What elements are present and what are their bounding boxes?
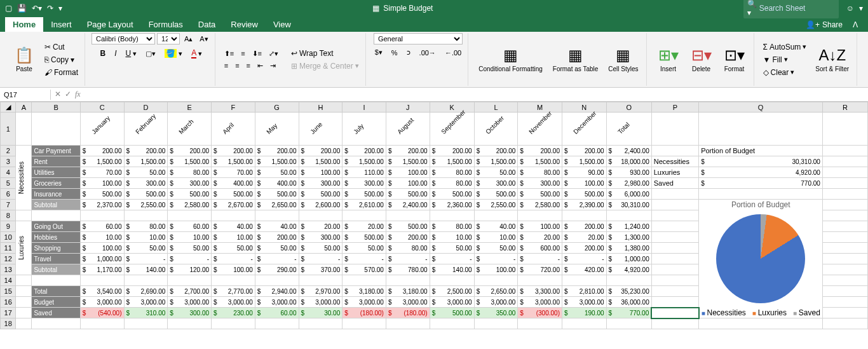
col-header-D[interactable]: D <box>124 102 168 113</box>
format-as-table-button[interactable]: ▦Format as Table <box>549 45 602 74</box>
portion-sav-label[interactable]: Saved <box>651 178 698 189</box>
month-header[interactable]: June <box>299 113 342 146</box>
cell-styles-button[interactable]: ▦Cell Styles <box>604 45 642 74</box>
fill-button[interactable]: ▼Fill▾ <box>761 54 810 65</box>
search-box[interactable]: 🔍▾ <box>743 0 839 18</box>
col-header-E[interactable]: E <box>168 102 212 113</box>
col-header-P[interactable]: P <box>651 102 698 113</box>
tab-page-layout[interactable]: Page Layout <box>79 17 141 32</box>
col-header-I[interactable]: I <box>342 102 386 113</box>
month-header[interactable]: March <box>168 113 212 146</box>
cancel-formula-icon[interactable]: ✕ <box>55 90 61 99</box>
col-header-R[interactable]: R <box>822 102 867 113</box>
fx-icon[interactable]: fx <box>75 90 81 99</box>
comma-button[interactable]: ↄ <box>404 47 413 58</box>
merge-center-button[interactable]: ⊞Merge & Center▾ <box>288 60 362 72</box>
format-cells-button[interactable]: ⊡▾Format <box>719 45 750 74</box>
portion-sav-val[interactable]: 770.00 <box>699 178 823 189</box>
formula-bar[interactable] <box>85 90 868 99</box>
align-bottom-button[interactable]: ⬇≡ <box>250 48 264 59</box>
month-header[interactable]: November <box>518 113 562 146</box>
smiley-icon[interactable]: ☺ <box>846 4 854 13</box>
sort-filter-button[interactable]: A↓ZSort & Filter <box>811 45 853 74</box>
undo-icon[interactable]: ↶▾ <box>32 4 42 13</box>
tab-formulas[interactable]: Formulas <box>141 17 191 32</box>
cut-button[interactable]: ✂Cut <box>42 41 81 53</box>
tab-review[interactable]: Review <box>223 17 266 32</box>
decrease-decimal-button[interactable]: ←.00 <box>442 47 464 58</box>
decrease-indent-button[interactable]: ⇤ <box>255 60 266 71</box>
portion-nec-label[interactable]: Necessities <box>651 156 698 167</box>
month-header[interactable]: Total <box>606 113 651 146</box>
portion-title[interactable]: Portion of Budget <box>699 146 823 156</box>
row-header-17[interactable]: 17 <box>1 308 16 318</box>
row-header-11[interactable]: 11 <box>1 243 16 254</box>
month-header[interactable]: August <box>386 113 430 146</box>
col-header-N[interactable]: N <box>562 102 606 113</box>
col-header-M[interactable]: M <box>518 102 562 113</box>
wrap-text-button[interactable]: ↩Wrap Text <box>288 48 362 59</box>
font-size-select[interactable]: 12 <box>157 33 180 44</box>
align-left-button[interactable]: ≡ <box>222 60 231 71</box>
italic-button[interactable]: I <box>112 48 119 59</box>
paste-button[interactable]: 📋Paste <box>9 45 39 74</box>
collapse-ribbon-icon[interactable]: ᐱ <box>848 18 863 32</box>
fill-color-button[interactable]: 🪣▾ <box>162 48 185 59</box>
autosum-button[interactable]: ΣAutoSum▾ <box>761 41 810 53</box>
month-header[interactable]: December <box>562 113 606 146</box>
row-header-10[interactable]: 10 <box>1 232 16 243</box>
search-input[interactable] <box>759 4 836 13</box>
align-right-button[interactable]: ≡ <box>244 60 253 71</box>
font-color-button[interactable]: A▾ <box>189 47 205 60</box>
col-header-F[interactable]: F <box>212 102 255 113</box>
row-label-car[interactable]: Car Payment <box>32 146 80 156</box>
row-header-1[interactable]: 1 <box>1 113 16 146</box>
underline-button[interactable]: U▾ <box>123 48 140 59</box>
month-header[interactable]: September <box>430 113 474 146</box>
spreadsheet-grid[interactable]: ◢ABCDEFGHIJKLMNOPQR 1JanuaryFebruaryMarc… <box>0 102 868 329</box>
row-header-16[interactable]: 16 <box>1 297 16 308</box>
select-all-corner[interactable]: ◢ <box>1 102 16 113</box>
row-header-15[interactable]: 15 <box>1 286 16 297</box>
border-button[interactable]: ▢▾ <box>143 48 158 59</box>
portion-nec-val[interactable]: 30,310.00 <box>699 156 823 167</box>
col-header-O[interactable]: O <box>606 102 651 113</box>
fullscreen-icon[interactable]: ▢ <box>5 4 12 13</box>
increase-decimal-button[interactable]: .00→ <box>417 47 438 58</box>
col-header-K[interactable]: K <box>430 102 474 113</box>
align-middle-button[interactable]: ≡ <box>238 48 247 59</box>
row-header-4[interactable]: 4 <box>1 167 16 178</box>
conditional-formatting-button[interactable]: ▦Conditional Formatting <box>475 45 546 74</box>
row-header-7[interactable]: 7 <box>1 200 16 210</box>
category-luxuries[interactable]: Luxuries <box>16 221 32 275</box>
pie-chart-area[interactable]: Portion of BudgetNecessitiesLuxuriesSave… <box>699 200 823 318</box>
row-header-12[interactable]: 12 <box>1 254 16 264</box>
col-header-H[interactable]: H <box>299 102 342 113</box>
col-header-G[interactable]: G <box>255 102 299 113</box>
col-header-L[interactable]: L <box>474 102 518 113</box>
row-header-14[interactable]: 14 <box>1 275 16 286</box>
tab-data[interactable]: Data <box>191 17 223 32</box>
month-header[interactable]: July <box>342 113 386 146</box>
accounting-button[interactable]: $▾ <box>372 47 385 58</box>
month-header[interactable]: October <box>474 113 518 146</box>
name-box[interactable]: Q17 <box>0 90 51 100</box>
percent-button[interactable]: % <box>389 47 400 58</box>
portion-lux-label[interactable]: Luxuries <box>651 167 698 178</box>
month-header[interactable]: April <box>212 113 255 146</box>
row-header-2[interactable]: 2 <box>1 146 16 156</box>
portion-lux-val[interactable]: 4,920.00 <box>699 167 823 178</box>
tab-insert[interactable]: Insert <box>43 17 79 32</box>
dropdown-icon[interactable]: ▾ <box>859 4 863 13</box>
align-center-button[interactable]: ≡ <box>233 60 241 71</box>
shrink-font-button[interactable]: A▾ <box>197 33 210 44</box>
col-header-A[interactable]: A <box>16 102 32 113</box>
save-icon[interactable]: 💾 <box>17 4 27 13</box>
copy-button[interactable]: ⎘Copy▾ <box>42 54 81 65</box>
row-header-18[interactable]: 18 <box>1 318 16 329</box>
bold-button[interactable]: B <box>98 48 109 59</box>
grow-font-button[interactable]: A▴ <box>182 33 195 44</box>
row-header-13[interactable]: 13 <box>1 264 16 275</box>
row-header-9[interactable]: 9 <box>1 221 16 232</box>
month-header[interactable]: January <box>80 113 124 146</box>
